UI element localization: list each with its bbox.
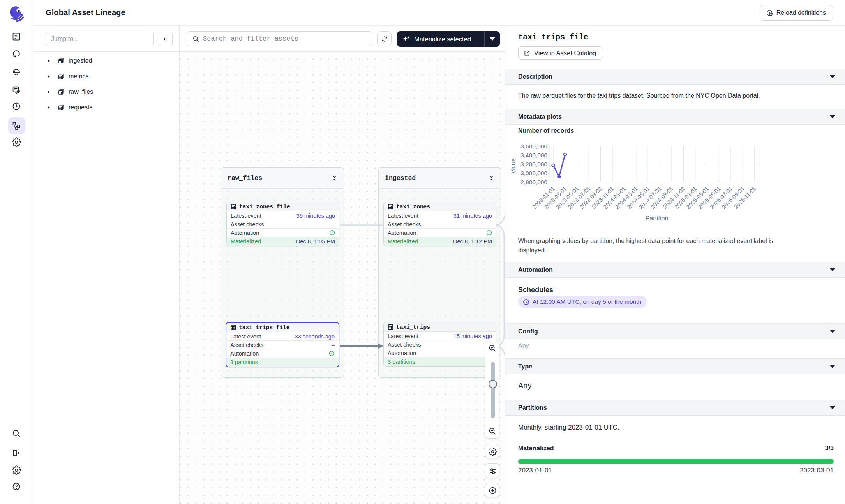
svg-text:Value: Value — [510, 158, 517, 174]
svg-text:3,400,000: 3,400,000 — [520, 152, 547, 159]
svg-text:3,000,000: 3,000,000 — [520, 170, 547, 176]
svg-text:Partition: Partition — [646, 215, 669, 222]
svg-text:3,200,000: 3,200,000 — [520, 161, 547, 167]
svg-text:3,600,000: 3,600,000 — [520, 143, 547, 150]
svg-text:2,800,000: 2,800,000 — [520, 179, 547, 185]
